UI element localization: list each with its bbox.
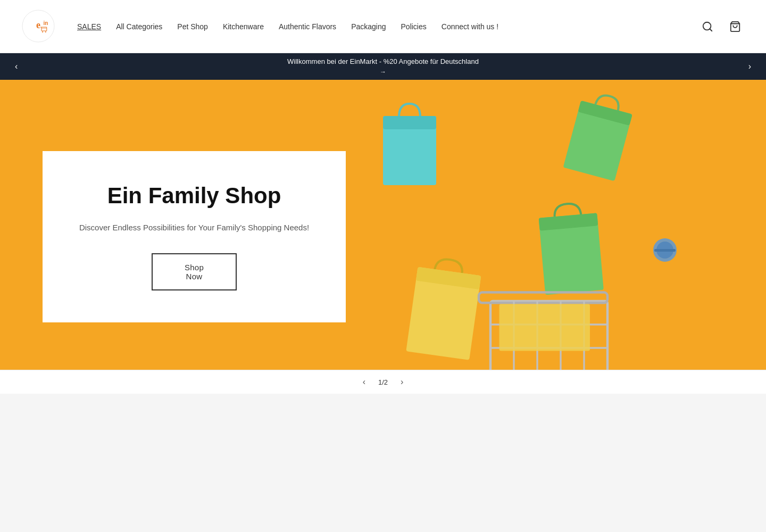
svg-point-5: [42, 31, 43, 32]
slideshow-next-button[interactable]: ›: [396, 375, 407, 389]
nav-item-kitchenware[interactable]: Kitchenware: [223, 22, 264, 31]
svg-rect-13: [383, 116, 436, 129]
nav-item-connect[interactable]: Connect with us !: [442, 22, 498, 31]
announcement-arrow: →: [287, 68, 479, 77]
nav-item-all-categories[interactable]: All Categories: [116, 22, 162, 31]
shop-now-button[interactable]: Shop Now: [152, 253, 237, 290]
header-icons: [698, 17, 745, 36]
svg-text:e: e: [36, 20, 40, 30]
hero-card: Ein Family Shop Discover Endless Possibi…: [43, 151, 346, 322]
svg-point-6: [45, 31, 46, 32]
nav-item-policies[interactable]: Policies: [401, 22, 427, 31]
header: e in SALES All Categories Pet Shop Kitch…: [0, 0, 766, 53]
nav-item-packaging[interactable]: Packaging: [351, 22, 386, 31]
logo-area[interactable]: e in: [21, 9, 56, 44]
announcement-bar: ‹ Willkommen bei der EinMarkt - %20 Ange…: [0, 53, 766, 80]
nav-item-pet-shop[interactable]: Pet Shop: [177, 22, 208, 31]
hero-subtitle: Discover Endless Possibilities for Your …: [69, 221, 319, 234]
search-icon: [702, 21, 713, 32]
main-nav: SALES All Categories Pet Shop Kitchenwar…: [77, 22, 698, 31]
svg-line-9: [710, 29, 712, 31]
announcement-prev-button[interactable]: ‹: [11, 57, 22, 76]
hero-illustration-svg: [303, 80, 766, 394]
nav-item-sales[interactable]: SALES: [77, 22, 101, 31]
below-hero-section: [0, 394, 766, 473]
hero-section: Ein Family Shop Discover Endless Possibi…: [0, 80, 766, 394]
hero-illustration: [303, 80, 766, 394]
slideshow-controls: ‹ 1/2 ›: [0, 370, 766, 394]
search-button[interactable]: [698, 17, 717, 36]
slide-total: 2: [384, 378, 388, 386]
announcement-text: Willkommen bei der EinMarkt - %20 Angebo…: [287, 57, 479, 77]
logo-icon: e in: [21, 9, 56, 44]
slideshow-prev-button[interactable]: ‹: [359, 375, 370, 389]
announcement-next-button[interactable]: ›: [744, 57, 755, 76]
announcement-message: Willkommen bei der EinMarkt - %20 Angebo…: [287, 57, 479, 65]
svg-rect-22: [654, 249, 676, 252]
cart-button[interactable]: [726, 17, 745, 36]
nav-item-authentic-flavors[interactable]: Authentic Flavors: [279, 22, 336, 31]
svg-rect-37: [499, 304, 590, 351]
hero-title: Ein Family Shop: [69, 183, 319, 209]
cart-icon: [729, 21, 741, 32]
svg-text:in: in: [44, 20, 48, 26]
slide-counter: 1/2: [378, 378, 388, 386]
